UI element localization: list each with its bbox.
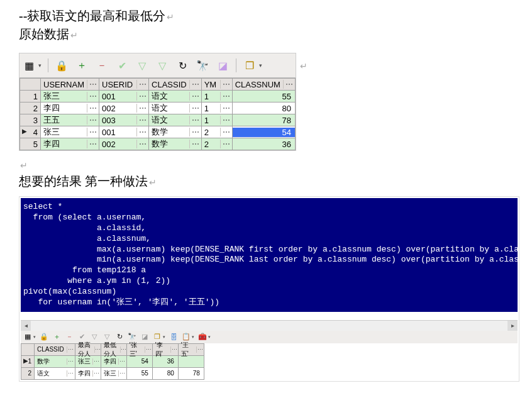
dropdown-icon[interactable]: ▾ — [163, 335, 165, 340]
remove-icon[interactable]: － — [95, 58, 109, 72]
cell[interactable]: 002⋯ — [99, 138, 149, 150]
column-header[interactable]: CLASSID⋯ — [149, 79, 202, 91]
row-header[interactable]: 5 — [20, 138, 41, 150]
cell[interactable]: 78 — [232, 114, 295, 126]
column-header[interactable]: YM⋯ — [201, 79, 232, 91]
cell[interactable]: 李四⋯ — [41, 102, 99, 114]
filter-down-alt-icon[interactable]: ▽ — [155, 58, 169, 72]
stack-icon[interactable]: ❐ — [243, 58, 257, 72]
sql-textarea[interactable]: select * from (select a.usernam, a.class… — [21, 198, 518, 312]
row-header[interactable]: 4 — [20, 126, 41, 138]
column-header[interactable]: 最低分人⋯ — [101, 343, 126, 355]
cell[interactable]: 张三⋯ — [41, 126, 99, 138]
row-header[interactable]: 1 — [21, 355, 35, 367]
column-header[interactable]: USERID⋯ — [99, 79, 149, 91]
cell[interactable]: 李四⋯ — [41, 138, 99, 150]
cell[interactable]: 1⋯ — [201, 114, 232, 126]
table-row[interactable]: 1数学⋯张三⋯李四⋯5436 — [21, 355, 204, 367]
binoculars-icon[interactable]: 🔭 — [196, 58, 209, 72]
table-row[interactable]: 1张三⋯001⋯语文⋯1⋯55 — [20, 91, 296, 102]
cell[interactable]: 王五⋯ — [41, 114, 99, 126]
filter-down-icon[interactable]: ▽ — [90, 333, 99, 341]
column-header[interactable]: '王五'⋯ — [178, 343, 204, 355]
cell[interactable]: 李四⋯ — [101, 355, 126, 367]
grid-corner — [20, 79, 41, 91]
remove-icon[interactable]: － — [65, 333, 74, 341]
cell[interactable]: 数学⋯ — [149, 138, 202, 150]
cell[interactable]: 李四⋯ — [75, 367, 101, 379]
table-row[interactable]: 4张三⋯001⋯数学⋯2⋯54 — [20, 126, 296, 138]
grid-icon[interactable]: ▦ — [23, 333, 32, 341]
cell[interactable]: 80 — [232, 102, 295, 114]
separator — [48, 58, 48, 72]
cell[interactable]: 张三⋯ — [101, 367, 126, 379]
cell[interactable]: 002⋯ — [99, 102, 149, 114]
table-row[interactable]: 3王五⋯003⋯语文⋯1⋯78 — [20, 114, 296, 126]
editor-cursor-line[interactable] — [21, 312, 518, 320]
dropdown-icon[interactable]: ▾ — [208, 335, 211, 340]
table-row[interactable]: 2李四⋯002⋯语文⋯1⋯80 — [20, 102, 296, 114]
eraser-icon[interactable]: ◪ — [216, 58, 230, 72]
cell[interactable]: 55 — [126, 367, 152, 379]
cell[interactable]: 语文⋯ — [35, 367, 75, 379]
cell[interactable]: 2⋯ — [201, 138, 232, 150]
lock-icon[interactable]: 🔒 — [55, 58, 69, 72]
result-grid[interactable]: CLASSID⋯最高分人⋯最低分人⋯'张三'⋯'李四'⋯'王五'⋯1数学⋯张三⋯… — [21, 343, 204, 380]
grid-icon[interactable]: ▦ — [22, 58, 36, 72]
data-grid[interactable]: USERNAM⋯USERID⋯CLASSID⋯YM⋯CLASSNUM⋯1张三⋯0… — [19, 78, 296, 150]
redo-icon[interactable]: ↻ — [115, 333, 124, 341]
row-header[interactable]: 3 — [20, 114, 41, 126]
cell[interactable]: 78 — [178, 367, 204, 379]
cell[interactable]: 2⋯ — [201, 126, 232, 138]
clipboard-icon[interactable]: 📋 — [182, 333, 191, 341]
pilcrow-icon: ↵ — [149, 178, 157, 187]
add-icon[interactable]: ＋ — [52, 333, 61, 341]
redo-icon[interactable]: ↻ — [175, 58, 189, 72]
tool-icon[interactable]: 🧰 — [198, 333, 207, 341]
filter-down-icon[interactable]: ▽ — [135, 58, 149, 72]
cell[interactable]: 36 — [232, 138, 295, 150]
column-header[interactable]: '李四'⋯ — [152, 343, 178, 355]
column-header[interactable]: USERNAM⋯ — [41, 79, 99, 91]
table-row[interactable]: 2语文⋯李四⋯张三⋯558078 — [21, 367, 204, 379]
binoculars-icon[interactable]: 🔭 — [128, 333, 136, 341]
filter-down-alt-icon[interactable]: ▽ — [103, 333, 111, 341]
cell[interactable]: 张三⋯ — [41, 91, 99, 102]
dropdown-icon[interactable]: ▾ — [259, 62, 262, 69]
lock-icon[interactable]: 🔒 — [40, 333, 48, 341]
cell[interactable]: 语文⋯ — [149, 114, 202, 126]
cell[interactable]: 003⋯ — [99, 114, 149, 126]
column-header[interactable]: CLASSNUM⋯ — [232, 79, 295, 91]
row-header[interactable]: 1 — [20, 91, 41, 102]
cell[interactable]: 55 — [232, 91, 295, 102]
dropdown-icon[interactable]: ▾ — [192, 335, 194, 340]
cell[interactable]: 数学⋯ — [35, 355, 75, 367]
row-header[interactable]: 2 — [20, 102, 41, 114]
cell[interactable]: 80 — [152, 367, 178, 379]
stack-icon[interactable]: ❐ — [153, 333, 162, 341]
database-icon[interactable]: 🗄 — [169, 333, 178, 341]
table-row[interactable]: 5李四⋯002⋯数学⋯2⋯36 — [20, 138, 296, 150]
row-header[interactable]: 2 — [21, 367, 35, 379]
cell[interactable]: 001⋯ — [99, 126, 149, 138]
cell[interactable]: 张三⋯ — [75, 355, 101, 367]
check-icon[interactable]: ✔ — [115, 58, 129, 72]
dropdown-icon[interactable]: ▾ — [33, 335, 36, 340]
add-icon[interactable]: ＋ — [75, 58, 89, 72]
check-icon[interactable]: ✔ — [77, 333, 86, 341]
cell[interactable]: 数学⋯ — [149, 126, 202, 138]
scroll-right-icon[interactable]: ▸ — [507, 321, 518, 331]
dropdown-icon[interactable]: ▾ — [38, 62, 42, 69]
cell[interactable]: 1⋯ — [201, 91, 232, 102]
horizontal-scrollbar[interactable]: ◂ ▸ — [21, 320, 518, 331]
cell[interactable]: 语文⋯ — [149, 102, 202, 114]
scroll-left-icon[interactable]: ◂ — [21, 321, 31, 331]
eraser-icon[interactable]: ◪ — [140, 333, 149, 341]
cell[interactable]: 54 — [232, 126, 295, 138]
column-header[interactable]: '张三'⋯ — [126, 343, 152, 355]
cell[interactable]: 001⋯ — [99, 91, 149, 102]
column-header[interactable]: 最高分人⋯ — [75, 343, 101, 355]
column-header[interactable]: CLASSID⋯ — [35, 343, 75, 355]
cell[interactable]: 语文⋯ — [149, 91, 202, 102]
cell[interactable]: 1⋯ — [201, 102, 232, 114]
